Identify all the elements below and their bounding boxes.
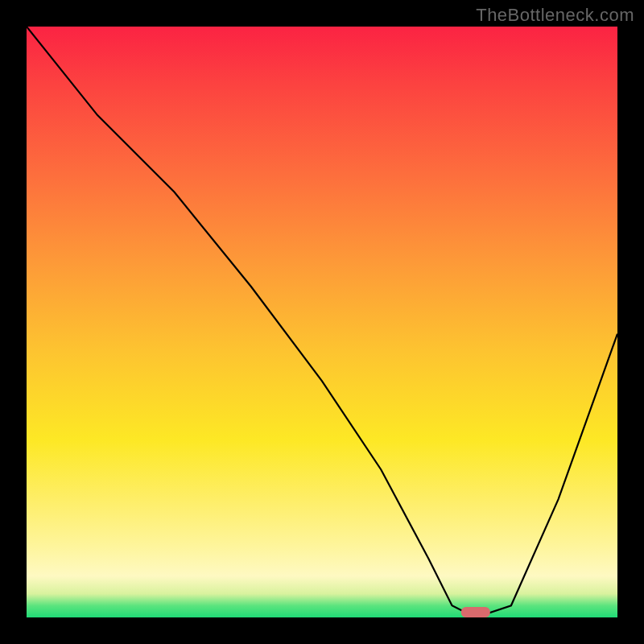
chart-frame: TheBottleneck.com <box>0 0 644 644</box>
curve-overlay <box>27 27 617 617</box>
optimum-marker <box>461 607 490 617</box>
bottleneck-curve <box>27 27 617 617</box>
watermark-label: TheBottleneck.com <box>476 5 634 26</box>
plot-area <box>27 27 617 617</box>
